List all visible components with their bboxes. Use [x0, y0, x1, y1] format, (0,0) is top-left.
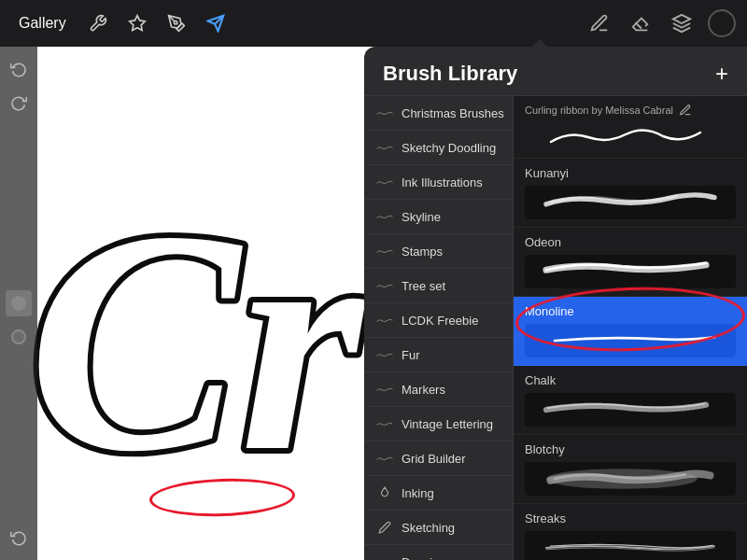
- brush-preview-streaks: [525, 531, 736, 560]
- brush-size-tool[interactable]: [6, 290, 32, 316]
- brush-icon: [375, 313, 394, 328]
- category-item-fur[interactable]: Fur: [364, 338, 513, 372]
- brush-name-odeon: Odeon: [525, 235, 736, 249]
- category-label-stamps: Stamps: [402, 245, 443, 259]
- brush-icon: [375, 244, 394, 259]
- category-label-drawing: Drawing: [402, 555, 446, 561]
- brush-icon: [375, 347, 394, 362]
- brush-name-kunanyi: Kunanyi: [525, 166, 736, 180]
- brush-preview-blotchy: [525, 462, 736, 496]
- category-item-sketchy[interactable]: Sketchy Doodling: [364, 131, 513, 165]
- s-brush-icon[interactable]: [162, 8, 191, 38]
- brush-library-panel: Brush Library + Christmas BrushesSketchy…: [364, 47, 747, 560]
- category-label-fur: Fur: [402, 348, 420, 362]
- category-label-vintage: Vintage Lettering: [402, 417, 493, 431]
- brush-icon: [375, 554, 394, 560]
- svg-marker-4: [673, 15, 690, 23]
- brush-icon: [375, 278, 394, 293]
- category-item-sketching[interactable]: Sketching: [364, 511, 513, 545]
- brush-item-monoline[interactable]: Monoline: [514, 297, 747, 366]
- brush-preview-kunanyi: [525, 186, 736, 219]
- category-item-drawing[interactable]: Drawing: [364, 545, 513, 560]
- category-label-sketchy: Sketchy Doodling: [402, 141, 496, 155]
- toolbar-right: [585, 8, 736, 38]
- star-icon[interactable]: [122, 8, 152, 38]
- layers-icon[interactable]: [667, 8, 697, 38]
- category-item-skyline[interactable]: Skyline: [364, 200, 513, 234]
- brush-library-title: Brush Library: [383, 62, 517, 86]
- opacity-tool[interactable]: [6, 324, 32, 350]
- toolbar-left: Gallery: [11, 8, 231, 38]
- brush-icon: [375, 209, 394, 224]
- brush-library-header: Brush Library +: [364, 47, 747, 96]
- category-label-grid: Grid Builder: [402, 452, 466, 466]
- brush-library-body: Christmas BrushesSketchy DoodlingInk Ill…: [364, 96, 747, 560]
- current-brush-label: Curling ribbon by Melissa Cabral: [525, 105, 673, 116]
- category-item-vintage[interactable]: Vintage Lettering: [364, 407, 513, 441]
- brush-icon: [375, 140, 394, 155]
- brush-icon: [375, 175, 394, 189]
- gallery-button[interactable]: Gallery: [11, 11, 74, 35]
- category-item-stamps[interactable]: Stamps: [364, 234, 513, 269]
- category-label-christmas: Christmas Brushes: [402, 106, 504, 120]
- pencil-icon: [375, 520, 394, 535]
- category-item-lcdk[interactable]: LCDK Freebie: [364, 303, 513, 338]
- left-sidebar: [0, 47, 37, 560]
- brush-name-streaks: Streaks: [525, 511, 736, 525]
- category-label-ink: Ink Illustrations: [402, 175, 483, 189]
- svg-point-1: [174, 21, 176, 24]
- category-label-lcdk: LCDK Freebie: [402, 314, 478, 328]
- brush-icon: [375, 416, 394, 431]
- category-list: Christmas BrushesSketchy DoodlingInk Ill…: [364, 96, 514, 560]
- category-label-skyline: Skyline: [402, 210, 441, 224]
- brush-item-kunanyi[interactable]: Kunanyi: [514, 159, 747, 228]
- brush-item-chalk[interactable]: Chalk: [514, 366, 747, 435]
- brush-item-streaks[interactable]: Streaks: [514, 504, 747, 560]
- top-toolbar: Gallery: [0, 0, 747, 47]
- brush-list: Curling ribbon by Melissa Cabral Kunanyi…: [514, 96, 747, 560]
- category-item-treeset[interactable]: Tree set: [364, 269, 513, 303]
- category-label-inking: Inking: [402, 486, 434, 500]
- drop-icon: [375, 485, 394, 500]
- category-item-inking[interactable]: Inking: [364, 476, 513, 511]
- brush-preview-odeon: [525, 255, 736, 288]
- send-icon[interactable]: [201, 8, 231, 38]
- undo-tool[interactable]: [6, 56, 32, 82]
- brush-item-odeon[interactable]: Odeon: [514, 228, 747, 297]
- redo-tool[interactable]: [6, 90, 32, 116]
- brush-name-chalk: Chalk: [525, 373, 736, 387]
- wrench-icon[interactable]: [83, 8, 113, 38]
- brush-preview-monoline: [525, 324, 736, 357]
- category-item-markers[interactable]: Markers: [364, 372, 513, 407]
- category-label-treeset: Tree set: [402, 279, 445, 293]
- eraser-icon[interactable]: [626, 8, 655, 38]
- brush-icon: [375, 105, 394, 120]
- brush-preview-chalk: [525, 393, 736, 427]
- category-item-christmas[interactable]: Christmas Brushes: [364, 96, 513, 131]
- category-label-markers: Markers: [402, 383, 445, 397]
- brush-icon: [375, 451, 394, 466]
- svg-marker-0: [129, 16, 145, 31]
- brush-name-monoline: Monoline: [525, 304, 736, 318]
- pen-icon[interactable]: [585, 8, 614, 38]
- panel-caret: [532, 39, 547, 47]
- brush-icon: [375, 382, 394, 397]
- brush-name-blotchy: Blotchy: [525, 442, 736, 456]
- avatar: [708, 9, 736, 37]
- add-brush-button[interactable]: +: [715, 63, 728, 85]
- category-item-ink[interactable]: Ink Illustrations: [364, 165, 513, 200]
- category-label-sketching: Sketching: [402, 521, 455, 535]
- brush-item-blotchy[interactable]: Blotchy: [514, 435, 747, 504]
- category-item-grid[interactable]: Grid Builder: [364, 441, 513, 476]
- undo-bottom[interactable]: [6, 525, 32, 551]
